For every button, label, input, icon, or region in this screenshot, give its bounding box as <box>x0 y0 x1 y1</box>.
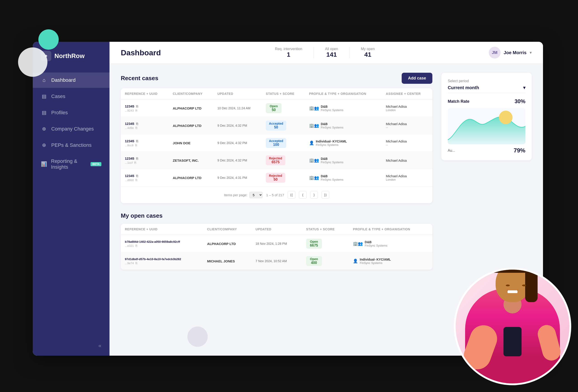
recent-cases-header: Recent cases Add case <box>121 73 432 84</box>
assignee-cell: Michael Adisa -- <box>382 117 432 134</box>
decorative-circle-small <box>187 327 208 347</box>
col-reference: REFERENCE + UUID <box>121 88 169 99</box>
my-col-client: CLIENT/COMPANY <box>203 224 251 235</box>
sidebar-item-company-changes[interactable]: ⊕ Company Changes <box>33 121 109 137</box>
pagination: Items per page: 5 10 25 1 – 5 of 217 ⟨⟨ … <box>121 186 432 203</box>
stat-all-open-value: 141 <box>326 51 337 58</box>
header-stats: Req. intervention 1 All open 141 My open… <box>275 47 375 58</box>
table-row[interactable]: 12345 ⎘ ...9243 ⎘ ALPHACORP LTD 10 Dec 2… <box>121 99 432 117</box>
profile-type-icon: 🏢👥 <box>309 158 319 163</box>
table-row[interactable]: 97d1dbdf-d57b-4e10-8a10-fa7edcb3b282 ...… <box>121 252 432 270</box>
table-row[interactable]: 12345 ⎘ ...d6b0 ⎘ ALPHACORP LTD 9 Dec 20… <box>121 169 432 187</box>
period-value: Current month <box>448 85 479 90</box>
sidebar-item-profiles[interactable]: ▤ Profiles <box>33 105 109 120</box>
stat-divider-2 <box>349 47 349 58</box>
updated-cell: 9 Dec 2024, 4:31 PM <box>213 169 262 187</box>
sidebar-item-reporting[interactable]: 📊 Reporting & Insights BETA <box>33 154 109 175</box>
client-cell: ALPHACORP LTD <box>169 169 213 187</box>
sidebar-item-cases[interactable]: ▤ Cases <box>33 89 109 104</box>
sidebar-collapse-button[interactable]: « <box>33 336 109 356</box>
cases-icon: ▤ <box>41 93 47 99</box>
ref-cell: 12345 ⎘ ...1ccf ⎘ <box>121 152 169 169</box>
decorative-circle-yellow <box>499 111 513 124</box>
chevron-down-icon: ▾ <box>530 50 532 55</box>
person-photo-overlay <box>454 268 571 385</box>
updated-cell: 9 Dec 2024, 4:32 PM <box>213 117 262 134</box>
sidebar-label-profiles: Profiles <box>51 110 68 116</box>
my-col-profile: PROFILE & TYPE + ORGANISATION <box>349 224 432 235</box>
my-ref-cell: b78a694d-1402-422a-a050-6659a8c92cff ...… <box>121 235 203 252</box>
left-panel: Recent cases Add case REFERENCE + UUID C… <box>121 73 432 347</box>
add-case-button[interactable]: Add case <box>402 73 432 84</box>
recent-cases-table-container: REFERENCE + UUID CLIENT/COMPANY UPDATED … <box>121 88 432 203</box>
avatar: JM <box>489 47 501 58</box>
user-menu[interactable]: JM Joe Morris ▾ <box>489 47 532 58</box>
assignee-cell: Michael Adisa London <box>382 99 432 117</box>
items-per-page-select[interactable]: 5 10 25 <box>249 192 263 198</box>
my-updated-cell: 18 Nov 2024, 1:28 PM <box>251 235 302 252</box>
profile-type-icon: 🏢👥 <box>309 123 319 128</box>
period-dropdown[interactable]: Current month ▾ <box>448 85 525 93</box>
stat-divider-1 <box>314 47 314 58</box>
my-open-cases-section: My open cases REFERENCE + UUID CLIENT/CO… <box>121 212 432 270</box>
sidebar-label-peps: PEPs & Sanctions <box>51 142 92 148</box>
stat-all-open[interactable]: All open 141 <box>325 47 338 58</box>
page-last-button[interactable]: ⟩⟩ <box>322 191 329 199</box>
match-rate-chart <box>448 108 525 144</box>
match-rate-section: Match Rate 30% <box>448 98 525 154</box>
period-select: Select period Current month ▾ <box>448 79 525 93</box>
profile-cell: 🏢👥 D&B FinSync Systems <box>305 117 382 134</box>
assignee-cell: Michael Adisa London <box>382 169 432 187</box>
table-row[interactable]: 12345 ⎘ ...4d9e ⎘ ALPHACORP LTD 9 Dec 20… <box>121 117 432 134</box>
recent-cases-table: REFERENCE + UUID CLIENT/COMPANY UPDATED … <box>121 88 432 186</box>
col-status: STATUS + SCORE <box>262 88 305 99</box>
table-row[interactable]: 12345 ⎘ ...8cc8 ⎘ JOHN DOE 9 Dec 2024, 4… <box>121 134 432 152</box>
profile-cell: 👤 Individual- KYC/AML FinSync Systems <box>305 134 382 152</box>
my-updated-cell: 7 Nov 2024, 10:52 AM <box>251 252 302 270</box>
stat-my-open[interactable]: My open 41 <box>361 47 375 58</box>
sidebar-item-peps-sanctions[interactable]: ⊕ PEPs & Sanctions <box>33 138 109 153</box>
status-cell: Accepted50 <box>262 117 305 134</box>
table-row[interactable]: b78a694d-1402-422a-a050-6659a8c92cff ...… <box>121 235 432 252</box>
page-prev-button[interactable]: ⟨ <box>299 191 307 199</box>
client-cell: JOHN DOE <box>169 134 213 152</box>
match-rate-value: 30% <box>515 98 525 104</box>
profile-type-icon: 🏢👥 <box>309 175 319 180</box>
ref-cell: 12345 ⎘ ...9243 ⎘ <box>121 99 169 117</box>
my-ref-cell: 97d1dbdf-d57b-4e10-8a10-fa7edcb3b282 ...… <box>121 252 203 270</box>
col-assignee: ASSIGNEE + CENTER <box>382 88 432 99</box>
col-client: CLIENT/COMPANY <box>169 88 213 99</box>
my-cases-header: My open cases <box>121 212 432 219</box>
col-updated: UPDATED <box>213 88 262 99</box>
stat-req-intervention[interactable]: Req. intervention 1 <box>275 47 302 58</box>
page-next-button[interactable]: ⟩ <box>310 191 318 199</box>
sidebar-label-reporting: Reporting & Insights <box>51 158 85 170</box>
sidebar-label-cases: Cases <box>51 94 65 99</box>
my-client-cell: ALPHACORP LTD <box>203 235 251 252</box>
auto-score-value: 79% <box>514 147 525 154</box>
peps-icon: ⊕ <box>41 142 47 148</box>
insights-card: Select period Current month ▾ Match Rate… <box>441 73 532 160</box>
profile-cell: 🏢👥 D&B FinSync Systems <box>305 99 382 117</box>
logo-text: NorthRow <box>54 52 85 60</box>
period-label: Select period <box>448 79 525 83</box>
assignee-cell: Michael Adisa -- <box>382 134 432 152</box>
stat-all-open-label: All open <box>325 47 338 51</box>
stat-my-open-value: 41 <box>364 51 371 58</box>
page-first-button[interactable]: ⟨⟨ <box>288 191 295 199</box>
sidebar-label-company-changes: Company Changes <box>51 126 94 132</box>
updated-cell: 9 Dec 2024, 4:32 PM <box>213 152 262 169</box>
match-rate-label: Match Rate <box>448 99 469 104</box>
recent-cases-title: Recent cases <box>121 75 158 82</box>
my-col-status: STATUS + SCORE <box>302 224 349 235</box>
profile-type-icon: 👤 <box>353 258 358 263</box>
match-rate-header: Match Rate 30% <box>448 98 525 104</box>
person-photo <box>456 270 570 384</box>
sidebar-item-dashboard[interactable]: ⌂ Dashboard <box>33 72 109 88</box>
profile-type-icon: 🏢👥 <box>309 106 319 111</box>
table-row[interactable]: 12345 ⎘ ...1ccf ⎘ ZETASOFT, INC. 9 Dec 2… <box>121 152 432 169</box>
beta-badge: BETA <box>91 162 101 166</box>
assignee-cell: Michael Adisa <box>382 152 432 169</box>
ref-cell: 12345 ⎘ ...4d9e ⎘ <box>121 117 169 134</box>
profile-cell: 🏢👥 D&B FinSync Systems <box>305 152 382 169</box>
